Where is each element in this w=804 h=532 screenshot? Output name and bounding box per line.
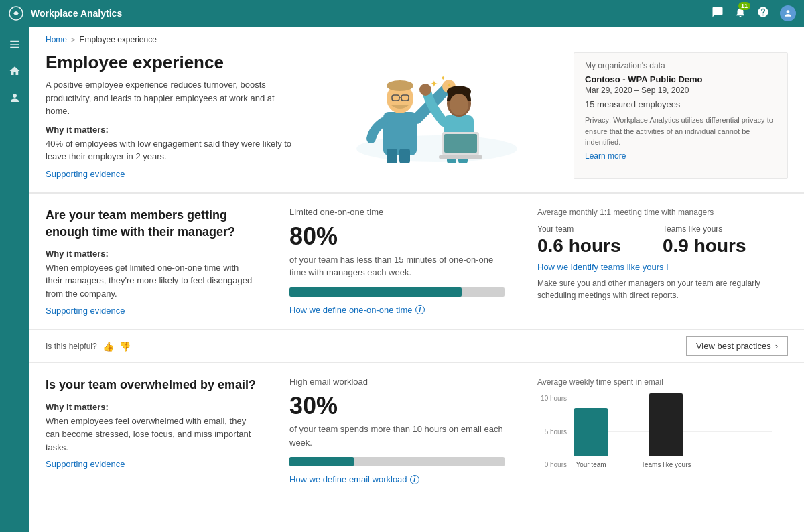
card1-progress-bar (289, 287, 505, 297)
svg-rect-22 (444, 134, 477, 153)
why-matters-label: Why it matters: (46, 125, 300, 135)
card1-right: Average monthly 1:1 meeting time with ma… (521, 207, 788, 316)
card2-progress-fill (289, 457, 354, 466)
hero-illustration: ✦ ✦ ✦ (314, 52, 560, 179)
card1-identify-desc: Make sure you and other managers on your… (537, 277, 772, 302)
insight-card-2: Is your team overwhelmed by email? Why i… (29, 362, 804, 498)
notifications-icon[interactable]: 11 (734, 6, 746, 21)
card1-define-link[interactable]: How we define one-on-one time i (289, 305, 505, 315)
thumbs-down-icon[interactable]: 👎 (119, 341, 131, 352)
org-employees: 15 measured employees (585, 99, 777, 109)
help-icon[interactable] (757, 6, 769, 21)
svg-point-19 (450, 94, 468, 115)
card2-stat-desc: of your team spends more than 10 hours o… (289, 423, 505, 449)
insight-card-1-body: Are your team members getting enough tim… (29, 194, 804, 330)
view-best-practices-button[interactable]: View best practices › (686, 336, 788, 356)
user-avatar[interactable] (780, 5, 796, 21)
card1-stat-value: 80% (289, 222, 505, 251)
card1-comparison-row: Your team 0.6 hours Teams like yours 0.9… (537, 224, 772, 257)
hero-section: Employee experience A positive employee … (29, 44, 804, 193)
card1-identify-link[interactable]: How we identify teams like yours i (537, 262, 772, 272)
card1-question: Are your team members getting enough tim… (46, 207, 257, 241)
helpful-label: Is this helpful? (46, 342, 97, 351)
chat-icon[interactable] (712, 6, 724, 21)
svg-rect-3 (10, 47, 19, 48)
card2-stat-value: 30% (289, 392, 505, 420)
card2-define-link[interactable]: How we define email workload i (289, 474, 505, 484)
app-title: Workplace Analytics (31, 8, 712, 19)
thumbs-up-icon[interactable]: 👍 (103, 341, 114, 352)
sidebar (0, 27, 29, 532)
insight-card-2-body: Is your team overwhelmed by email? Why i… (29, 363, 804, 498)
supporting-evidence-link[interactable]: Supporting evidence (46, 169, 125, 179)
org-name: Contoso - WPA Public Demo (585, 74, 777, 84)
bar-your-team-label: Your team (576, 461, 606, 468)
card1-stat-desc: of your team has less than 15 minutes of… (289, 253, 505, 279)
insight-card-1: Are your team members getting enough tim… (29, 193, 804, 363)
breadcrumb: Home > Employee experience (29, 27, 804, 44)
main-content: Home > Employee experience Employee expe… (29, 27, 804, 532)
card2-stat-label: High email workload (289, 377, 505, 387)
card1-why-label: Why it matters: (46, 249, 257, 259)
svg-text:✦: ✦ (440, 74, 446, 82)
card1-your-team: Your team 0.6 hours (537, 224, 647, 257)
topbar-actions: 11 (712, 5, 796, 21)
org-data-panel: My organization's data Contoso - WPA Pub… (574, 52, 788, 179)
why-matters-text: 40% of employees with low engagement sai… (46, 137, 300, 163)
breadcrumb-separator: > (71, 36, 75, 44)
learn-more-link[interactable]: Learn more (585, 151, 626, 161)
feedback-helpful: Is this helpful? 👍 👎 (46, 341, 131, 352)
card1-your-team-value: 0.6 hours (537, 235, 647, 257)
svg-rect-7 (399, 149, 410, 163)
main-layout: Home > Employee experience Employee expe… (0, 27, 804, 532)
y-axis-labels: 10 hours 5 hours 0 hours (537, 395, 571, 468)
card1-left: Are your team members getting enough tim… (46, 207, 273, 316)
y-label-0: 0 hours (537, 461, 567, 468)
card1-supporting-link[interactable]: Supporting evidence (46, 306, 125, 316)
page-title: Employee experience (46, 52, 300, 73)
sidebar-person-icon[interactable] (3, 86, 27, 110)
bar-your-team-rect (574, 408, 608, 456)
card2-left: Is your team overwhelmed by email? Why i… (46, 377, 273, 484)
svg-rect-1 (10, 41, 19, 42)
email-info-icon: i (410, 475, 419, 484)
bar-teams-like-rect (649, 393, 683, 456)
org-date-range: Mar 29, 2020 – Sep 19, 2020 (585, 86, 777, 95)
card1-feedback-bar: Is this helpful? 👍 👎 View best practices… (29, 329, 804, 362)
card2-supporting-link[interactable]: Supporting evidence (46, 459, 125, 469)
card1-teams-like-label: Teams like yours (663, 224, 772, 234)
hero-description: A positive employee experience reduces t… (46, 78, 300, 118)
bar-teams-like-yours: Teams like yours (641, 393, 691, 468)
info-icon: i (415, 305, 425, 314)
card1-middle: Limited one-on-one time 80% of your team… (273, 207, 521, 316)
card2-progress-bar (289, 457, 505, 466)
card2-question: Is your team overwhelmed by email? (46, 377, 257, 393)
org-data-title: My organization's data (585, 61, 777, 70)
card2-why-text: When employees feel overwhelmed with ema… (46, 415, 257, 454)
svg-point-9 (387, 80, 413, 91)
card1-progress-fill (289, 287, 462, 297)
card2-comparison-title: Average weekly time spent in email (537, 377, 772, 388)
bar-teams-like-label: Teams like yours (641, 461, 691, 468)
topbar: Workplace Analytics 11 (0, 0, 804, 27)
y-label-5: 5 hours (537, 428, 567, 436)
svg-text:✦: ✦ (430, 78, 438, 89)
hero-text: Employee experience A positive employee … (46, 52, 300, 179)
svg-rect-2 (10, 44, 19, 45)
svg-rect-23 (439, 155, 482, 159)
card1-your-team-label: Your team (537, 224, 647, 234)
bar-your-team: Your team (574, 408, 608, 468)
card1-teams-like-value: 0.9 hours (663, 235, 772, 257)
sidebar-home-icon[interactable] (3, 59, 27, 83)
sidebar-menu-icon[interactable] (3, 32, 27, 56)
org-privacy-text: Privacy: Workplace Analytics utilizes di… (585, 115, 777, 148)
svg-point-4 (356, 135, 517, 162)
card1-why-text: When employees get limited one-on-one ti… (46, 261, 257, 301)
card1-stat-label: Limited one-on-one time (289, 207, 505, 217)
card2-why-label: Why it matters: (46, 402, 257, 412)
app-logo-icon (8, 5, 24, 21)
identify-info-icon: i (667, 262, 669, 272)
breadcrumb-home[interactable]: Home (46, 35, 67, 44)
chart-bars: Your team Teams like yours (574, 395, 691, 468)
card1-teams-like-yours: Teams like yours 0.9 hours (663, 224, 772, 257)
